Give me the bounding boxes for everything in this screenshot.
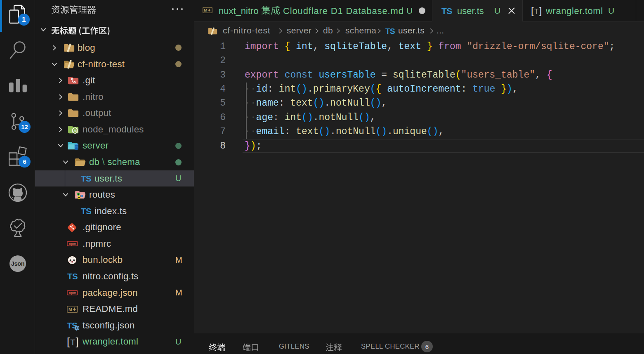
svg-text:JS: JS: [73, 129, 77, 132]
svg-text:M: M: [204, 8, 207, 12]
svg-text:npm: npm: [69, 242, 76, 246]
svg-text:M: M: [68, 307, 72, 312]
svg-text:npm: npm: [69, 291, 76, 295]
